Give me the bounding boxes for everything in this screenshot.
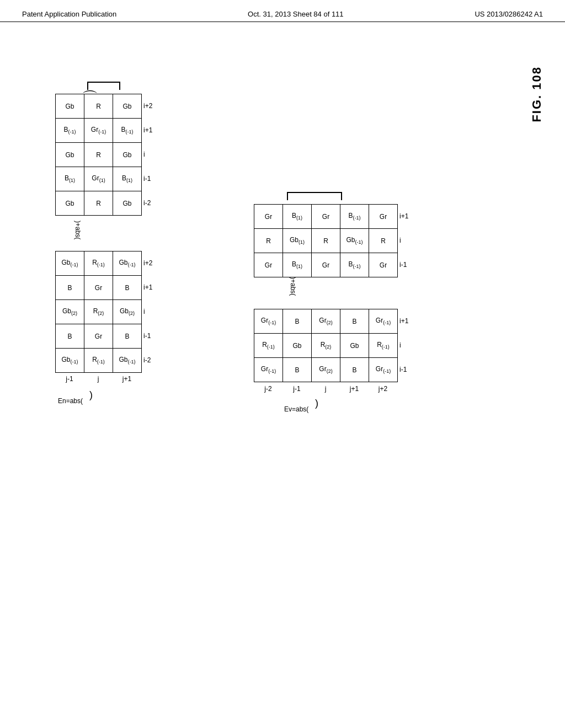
col-label: j-2 [254,385,282,393]
table-row: B Gr B [56,276,142,300]
row-label: i-2 [143,191,152,215]
cell: Gr [312,205,340,229]
cell: Gr [84,324,113,349]
figure-label: FIG. 108 [530,66,544,122]
cell: Gb(-1) [56,349,84,373]
cell: Gb [113,143,142,167]
grid2-col-labels: j-1 j j+1 [55,375,141,383]
table-row: B(-1) Gr(-1) B(-1) [56,119,142,143]
cell: Gr(-1) [254,358,283,382]
cell: B [113,276,142,300]
table-row: R Gb(1) R Gb(-1) R [254,229,398,253]
cell: R [84,94,113,119]
cell: R(2) [84,300,113,324]
cell: Gr [254,205,283,229]
grid3-table: Gr B(1) Gr B(-1) Gr R Gb(1) R Gb(-1) R G… [254,204,398,277]
cell: Gb(-1) [113,251,142,276]
grid4-row-labels: i+1 i i-1 [399,309,408,382]
cell: B [340,309,369,334]
cell: B [56,324,84,349]
brace-top-left-bracket [87,82,120,90]
table-row: Gr(-1) B Gr(2) B Gr(-1) [254,309,398,334]
brace-en: ) [89,389,93,401]
grid4-table: Gr(-1) B Gr(2) B Gr(-1) R(-1) Gb R(2) Gb… [254,309,398,382]
cell: Gr [312,253,340,277]
row-label: i-1 [143,324,152,348]
table-row: Gr B(1) Gr B(-1) Gr [254,253,398,277]
row-label: i-1 [143,167,152,191]
cell: Gr(-1) [254,309,283,334]
header-left: Patent Application Publication [22,10,116,18]
formula-abs-label1: )+abs( [74,221,82,239]
formula-en-abs: En=abs( [58,397,83,405]
page-header: Patent Application Publication Oct. 31, … [0,0,565,22]
cell: B [56,276,84,300]
table-row: Gr(-1) B Gr(2) B Gr(-1) [254,358,398,382]
brace-top-right-bracket [287,192,342,200]
header-center: Oct. 31, 2013 Sheet 84 of 111 [248,10,343,18]
col-label: j+2 [369,385,397,393]
cell: B(-1) [340,205,369,229]
grid1-row-labels: i+2 i+1 i i-1 i-2 [143,94,152,215]
row-label: i-1 [399,253,408,277]
cell: B(-1) [340,253,369,277]
table-row: Gb R Gb [56,191,142,216]
row-label: i-1 [399,357,408,382]
cell: B(1) [56,167,84,191]
row-label: i [399,228,408,253]
table-row: Gb(2) R(2) Gb(2) [56,300,142,324]
cell: Gb(2) [56,300,84,324]
row-label: i+2 [143,251,152,275]
cell: Gr [84,276,113,300]
table-row: Gb(-1) R(-1) Gb(-1) [56,349,142,373]
row-label: i+1 [399,309,408,333]
table-row: B Gr B [56,324,142,349]
cell: B(1) [283,205,312,229]
cell: B [113,324,142,349]
cell: B(-1) [56,119,84,143]
cell: Gr(-1) [369,358,398,382]
cell: Gr(-1) [369,309,398,334]
cell: R(-1) [369,334,398,358]
cell: Gr(2) [312,358,340,382]
cell: B(-1) [113,119,142,143]
cell: Gb(-1) [113,349,142,373]
cell: Gr(2) [312,309,340,334]
col-label: j+1 [340,385,369,393]
cell: Gb [56,143,84,167]
formula-ev-abs: Ev=abs( [284,405,308,413]
grid2-table: Gb(-1) R(-1) Gb(-1) B Gr B Gb(2) R(2) Gb… [55,251,142,373]
table-row: Gb R Gb [56,94,142,119]
cell: R [84,191,113,216]
grid1-table: Gb R Gb B(-1) Gr(-1) B(-1) Gb R Gb B(1) … [55,94,142,216]
formula-abs-label2: )+abs( [289,277,297,296]
cell: Gb [340,334,369,358]
row-label: i+1 [399,204,408,228]
cell: R [369,229,398,253]
cell: Gb(2) [113,300,142,324]
cell: R(-1) [254,334,283,358]
col-label: j-1 [282,385,311,393]
cell: R [254,229,283,253]
table-row: B(1) Gr(1) B(1) [56,167,142,191]
brace-ev: ) [315,398,318,409]
row-label: i+1 [143,118,152,142]
cell: B [340,358,369,382]
cell: Gb(-1) [340,229,369,253]
table-row: Gb(-1) R(-1) Gb(-1) [56,251,142,276]
cell: B [283,309,312,334]
cell: Gb(1) [283,229,312,253]
cell: Gb [56,94,84,119]
cell: R [84,143,113,167]
col-label: j [84,375,113,383]
grid3-row-labels: i+1 i i-1 [399,204,408,277]
main-content: FIG. 108 ⌒ Gb R Gb B(-1) Gr(-1) B(-1) Gb… [0,22,565,722]
header-right: US 2013/0286242 A1 [475,10,543,18]
row-label: i+2 [143,94,152,118]
cell: Gb [113,191,142,216]
cell: B(1) [113,167,142,191]
row-label: i [399,333,408,357]
row-label: i+1 [143,275,152,299]
cell: B(1) [283,253,312,277]
table-row: Gr B(1) Gr B(-1) Gr [254,205,398,229]
